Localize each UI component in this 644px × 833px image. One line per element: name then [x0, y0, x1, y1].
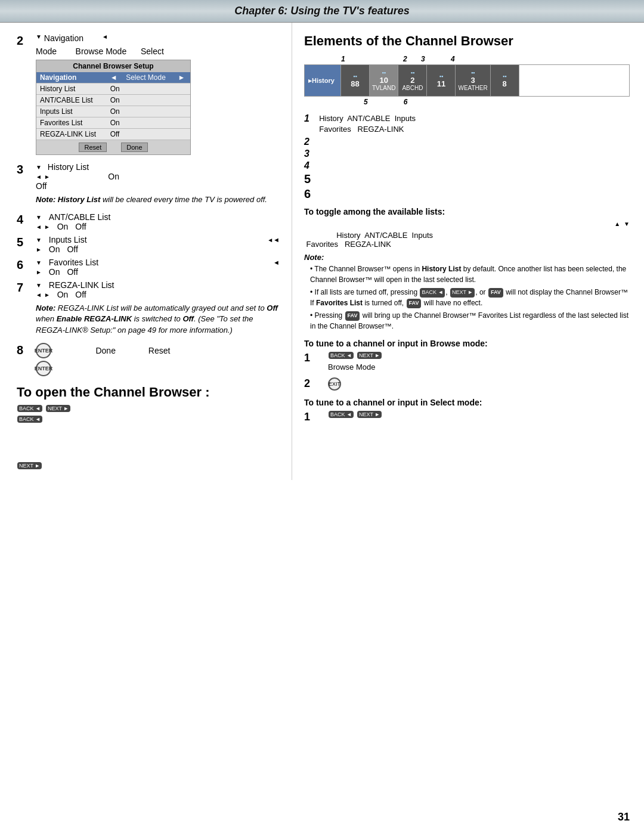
section-6-num: 6: [17, 258, 30, 272]
section-4-off: Off: [75, 222, 86, 231]
setup-arrow-right: ►: [174, 72, 190, 83]
section-7-on: On: [57, 290, 69, 299]
section5-arrow-right: [36, 246, 42, 253]
left-column: 2 Navigation Mode Browse Mode Select: [0, 23, 292, 480]
setup-row-inputs: Inputs List On: [36, 106, 190, 117]
ch-cell-2-icon: ▪▪: [411, 70, 414, 76]
ch-cells: ▪▪ 88 ▪▪ 10 TVLAND ▪▪ 2 ABCHD ▪▪: [340, 65, 629, 96]
setup-col2-header: Select Mode: [122, 72, 174, 83]
tune-select-step-1-content: BACK ◄ NEXT ►: [328, 411, 382, 418]
arrow-left-icon: [102, 33, 108, 40]
section-6-top: Favorites List ◄: [36, 258, 280, 267]
tune-browse-step-2-content: EXIT: [328, 377, 341, 391]
section-7-label: REGZA-LINK List: [49, 280, 114, 290]
section-8-controls: ENTER Done Reset: [36, 343, 280, 358]
section-5-num: 5: [17, 235, 30, 249]
setup-favorites-label: Favorites List: [36, 117, 107, 129]
ch-cell-2-num: 2: [410, 76, 414, 85]
legend-2-num: 2: [304, 137, 309, 147]
section-5-label-row: Inputs List: [36, 235, 87, 244]
section5-arrow-down: [36, 237, 42, 243]
open-browser-controls-3: NEXT ►: [17, 462, 280, 469]
section-7-controls: On Off: [36, 290, 280, 299]
ch-cell-10-icon: ▪▪: [382, 70, 386, 76]
section4-arrow-down: [36, 214, 42, 221]
diag-label-1: 1: [341, 55, 347, 63]
note-bullet-2: If all lists are turned off, pressing BA…: [304, 287, 630, 308]
legend-5: 5: [304, 172, 630, 186]
section-6-off: Off: [67, 267, 78, 277]
open-browser-title: To open the Channel Browser :: [17, 385, 280, 400]
section-3-note: Note: History List will be cleared every…: [36, 194, 280, 205]
setup-box-table: Navigation ◄ Select Mode ► History List …: [36, 72, 190, 140]
setup-regzalink-value: Off: [107, 129, 190, 140]
back-btn-note: BACK ◄: [420, 288, 445, 298]
open-browser-controls-2: BACK ◄: [17, 416, 280, 423]
section-3-arrows: History List: [36, 162, 280, 172]
ch-tab-history: ▸ History: [305, 65, 340, 96]
setup-reset-btn[interactable]: Reset: [79, 143, 107, 152]
ch-cell-3: ▪▪ 3 WEATHER: [456, 65, 490, 96]
section-4-top: ANT/CABLE List: [36, 212, 280, 222]
toggle-arrows: [304, 219, 630, 228]
tune-browse-step-2: 2 EXIT: [304, 377, 630, 391]
note-bullet-3: Pressing FAV will bring up the Channel B…: [304, 310, 630, 332]
ch-cell-8: ▪▪ 8: [491, 65, 519, 96]
tune-select-btns: BACK ◄ NEXT ►: [328, 411, 382, 418]
setup-done-btn[interactable]: Done: [121, 143, 147, 152]
ch-cell-2: ▪▪ 2 ABCHD: [398, 65, 427, 96]
back-btn-icon-2: BACK ◄: [17, 416, 42, 423]
tune-select-heading: To tune to a channel or input in Select …: [304, 398, 630, 407]
section6-arrow-right: [36, 269, 42, 275]
diag-label-3: 3: [421, 55, 451, 63]
section-7-top: REGZA-LINK List: [36, 280, 280, 290]
section-4-content: ANT/CABLE List On Off: [36, 212, 280, 231]
ch-cell-11-icon: ▪▪: [439, 73, 443, 79]
section-5-label: Inputs List: [49, 235, 87, 244]
section-2: 2 Navigation Mode Browse Mode Select: [17, 33, 280, 159]
section-5-on: On: [49, 244, 60, 254]
section-7-off: Off: [75, 290, 86, 299]
section-3-label: History List: [48, 162, 89, 172]
elements-title: Elements of the Channel Browser: [304, 33, 630, 49]
fav-btn-note: FAV: [488, 288, 503, 298]
next-btn-select: NEXT ►: [357, 411, 382, 418]
section-8-enter-row: ENTER: [36, 361, 280, 376]
legend-4: 4: [304, 160, 630, 171]
channel-diagram: 1 2 3 4 ▸ History ▪▪ 88 ▪▪: [304, 55, 630, 106]
section-6-content: Favorites List ◄ On Off: [36, 258, 280, 277]
enter-button-icon-2: ENTER: [36, 361, 51, 376]
select-label: Select: [141, 47, 164, 56]
ch-cell-10-name: TVLAND: [372, 85, 395, 91]
setup-history-value: On: [107, 83, 190, 95]
section-3-content: History List On Off Note: History List w…: [36, 162, 280, 209]
page-header: Chapter 6: Using the TV's features: [0, 0, 644, 23]
section7-arrow-right: [44, 292, 50, 298]
section-7-content: REGZA-LINK List On Off Note: REGZA-LINK …: [36, 280, 280, 339]
legend-1-num: 1: [304, 113, 315, 135]
page-number: 31: [618, 811, 630, 823]
ch-cell-8-num: 8: [503, 79, 507, 88]
next-btn-browse: NEXT ►: [357, 352, 382, 359]
mode-browse-select: Mode Browse Mode Select: [36, 47, 280, 56]
mode-label: Mode: [36, 47, 57, 56]
next-btn-note: NEXT ►: [450, 288, 475, 298]
setup-inputs-value: On: [107, 106, 190, 117]
exit-btn-icon: EXIT: [328, 377, 341, 391]
note-label: Note:: [304, 253, 324, 262]
section-4-controls: On Off: [36, 222, 280, 231]
legend-6-num: 6: [304, 187, 311, 201]
setup-regzalink-label: REGZA-LINK List: [36, 129, 107, 140]
section-7-num: 7: [17, 280, 30, 295]
section5-arrow-left-right: ◄: [267, 237, 280, 243]
ch-cell-11: ▪▪ 11: [427, 65, 456, 96]
open-browser-controls-1: BACK ◄ NEXT ►: [17, 405, 280, 412]
legend-1: 1 History ANT/CABLE Inputs Favorites REG…: [304, 113, 630, 135]
toggle-arrow-up: [614, 221, 620, 227]
ch-cell-11-num: 11: [437, 79, 445, 88]
legend-6: 6: [304, 187, 630, 201]
back-btn-select: BACK ◄: [329, 411, 354, 418]
section-8: 8 ENTER Done Reset ENTER: [17, 343, 280, 376]
setup-box-footer: Reset Done: [36, 140, 190, 154]
diag-label-2: 2: [403, 55, 421, 63]
